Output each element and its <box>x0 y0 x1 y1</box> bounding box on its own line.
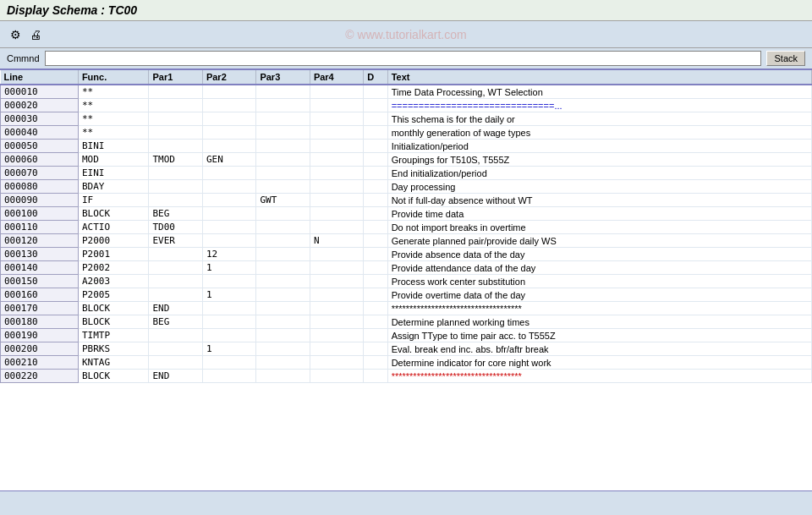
cell-d <box>364 261 387 275</box>
table-row[interactable]: 000150A2003Process work center substitut… <box>1 275 812 288</box>
cell-par1: TD00 <box>149 221 202 234</box>
page-title: Display Schema : TC00 <box>7 3 137 17</box>
cell-func: P2000 <box>78 234 149 248</box>
table-row[interactable]: 000020**==============================..… <box>1 99 812 112</box>
cell-par1 <box>149 248 202 261</box>
cell-text: Time Data Processing, WT Selection <box>387 85 811 99</box>
cell-line: 000040 <box>1 126 79 140</box>
cell-par1 <box>149 275 202 288</box>
cell-d <box>364 356 387 370</box>
stack-button[interactable]: Stack <box>766 51 805 66</box>
cell-text: Provide absence data of the day <box>387 248 811 261</box>
cell-par2 <box>202 112 255 126</box>
table-row[interactable]: 000130P200112Provide absence data of the… <box>1 248 812 261</box>
cell-par3 <box>256 288 310 302</box>
cell-text: Determine indicator for core night work <box>387 356 811 370</box>
cell-par2 <box>202 180 255 194</box>
table-row[interactable]: 000030**This schema is for the daily or <box>1 112 812 126</box>
cell-d <box>364 85 387 99</box>
cell-text: Eval. break end inc. abs. bfr/aftr break <box>387 342 811 356</box>
cell-func: BLOCK <box>78 302 149 315</box>
cell-par2 <box>202 234 255 248</box>
table-row[interactable]: 000110ACTIOTD00Do not import breaks in o… <box>1 221 812 234</box>
table-row[interactable]: 000200PBRKS1Eval. break end inc. abs. bf… <box>1 342 812 356</box>
cell-par4 <box>310 167 363 180</box>
table-header: Line Func. Par1 Par2 Par3 Par4 D Text <box>1 70 812 85</box>
cell-line: 000160 <box>1 288 79 302</box>
table-row[interactable]: 000040**monthly generation of wage types <box>1 126 812 140</box>
cell-par1 <box>149 112 202 126</box>
cell-par4: N <box>310 234 363 248</box>
cell-func: ** <box>78 85 149 99</box>
table-row[interactable]: 000010**Time Data Processing, WT Selecti… <box>1 85 812 99</box>
table-row[interactable]: 000060MODTMODGENGroupings for T510S, T55… <box>1 153 812 167</box>
cell-par4 <box>310 275 363 288</box>
command-input[interactable] <box>45 51 762 66</box>
table-row[interactable]: 000180BLOCKBEGDetermine planned working … <box>1 315 812 329</box>
cell-func: BDAY <box>78 180 149 194</box>
table-row[interactable]: 000190TIMTPAssign TType to time pair acc… <box>1 329 812 342</box>
cell-text: Provide time data <box>387 207 811 221</box>
command-bar: Cmmnd Stack <box>0 48 812 70</box>
table-row[interactable]: 000210KNTAGDetermine indicator for core … <box>1 356 812 370</box>
table-row[interactable]: 000220BLOCKEND**************************… <box>1 370 812 383</box>
table-row[interactable]: 000090IFGWTNot if full-day absence witho… <box>1 194 812 207</box>
printer-icon[interactable]: 🖨 <box>27 26 44 43</box>
table-row[interactable]: 000080BDAYDay processing <box>1 180 812 194</box>
table-row[interactable]: 000100BLOCKBEGProvide time data <box>1 207 812 221</box>
cell-par2 <box>202 329 255 342</box>
cell-par3 <box>256 315 310 329</box>
cell-line: 000010 <box>1 85 79 99</box>
cell-par3 <box>256 329 310 342</box>
cell-line: 000210 <box>1 356 79 370</box>
col-line: Line <box>1 70 79 85</box>
cell-par4 <box>310 194 363 207</box>
table-row[interactable]: 000050BINIInitialization/period <box>1 140 812 153</box>
cell-text: End initialization/period <box>387 167 811 180</box>
cell-par4 <box>310 112 363 126</box>
cell-d <box>364 221 387 234</box>
cell-par1 <box>149 342 202 356</box>
cell-func: EINI <box>78 167 149 180</box>
cell-text: ************************************ <box>387 302 811 315</box>
cell-par2 <box>202 221 255 234</box>
cell-par4 <box>310 221 363 234</box>
cell-d <box>364 180 387 194</box>
cell-par3 <box>256 85 310 99</box>
cell-par2 <box>202 275 255 288</box>
cell-par4 <box>310 180 363 194</box>
table-row[interactable]: 000140P20021Provide attendance data of t… <box>1 261 812 275</box>
cell-par1 <box>149 85 202 99</box>
col-par4: Par4 <box>310 70 363 85</box>
cell-par3 <box>256 140 310 153</box>
cell-line: 000050 <box>1 140 79 153</box>
cell-line: 000130 <box>1 248 79 261</box>
cell-func: TIMTP <box>78 329 149 342</box>
schema-table: Line Func. Par1 Par2 Par3 Par4 D Text 00… <box>0 70 812 383</box>
settings-icon[interactable]: ⚙ <box>7 26 24 43</box>
cell-par2: 1 <box>202 342 255 356</box>
cell-par1: BEG <box>149 207 202 221</box>
cell-par1 <box>149 261 202 275</box>
cell-par3 <box>256 356 310 370</box>
cell-par4 <box>310 99 363 112</box>
cell-func: MOD <box>78 153 149 167</box>
table-row[interactable]: 000160P20051Provide overtime data of the… <box>1 288 812 302</box>
cell-d <box>364 315 387 329</box>
cell-d <box>364 99 387 112</box>
table-row[interactable]: 000120P2000EVERNGenerate planned pair/pr… <box>1 234 812 248</box>
cell-text: Groupings for T510S, T555Z <box>387 153 811 167</box>
cell-func: P2005 <box>78 288 149 302</box>
table-row[interactable]: 000070EINIEnd initialization/period <box>1 167 812 180</box>
cell-line: 000090 <box>1 194 79 207</box>
cell-d <box>364 275 387 288</box>
cell-d <box>364 112 387 126</box>
toolbar-icons: ⚙ 🖨 <box>7 26 44 43</box>
cell-par3 <box>256 180 310 194</box>
cell-par2 <box>202 126 255 140</box>
cell-d <box>364 370 387 383</box>
table-row[interactable]: 000170BLOCKEND**************************… <box>1 302 812 315</box>
status-bar <box>0 490 812 509</box>
cell-line: 000060 <box>1 153 79 167</box>
cell-text: ************************************ <box>387 370 811 383</box>
